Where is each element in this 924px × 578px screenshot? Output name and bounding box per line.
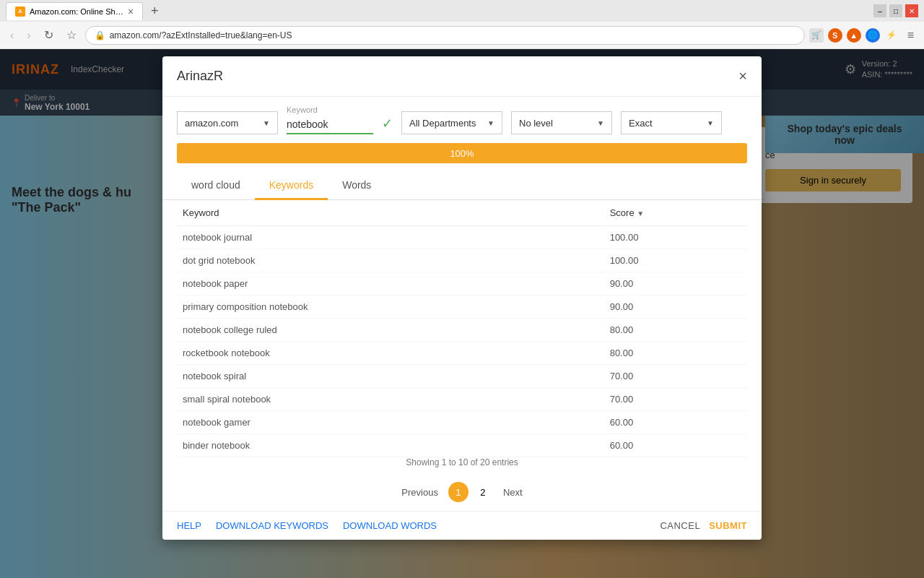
table-row: rocketbook notebook80.00 [177, 342, 747, 365]
nav-bar: ‹ › ↻ ☆ 🔒 amazon.com/?azExtInstalled=tru… [0, 22, 924, 49]
progress-container: 100% [162, 143, 762, 172]
extension-icon-4[interactable]: 🌐 [866, 28, 880, 43]
table-row: notebook spiral70.00 [177, 365, 747, 388]
score-cell: 80.00 [604, 342, 747, 365]
match-filter-group: Exact ▼ [621, 111, 722, 134]
keyword-check-icon: ✓ [382, 116, 393, 131]
keyword-cell: rocketbook notebook [177, 342, 604, 365]
close-window-button[interactable]: ✕ [905, 4, 918, 17]
next-page-button[interactable]: Next [497, 484, 528, 501]
table-container: Keyword Score ▼ notebook journal100.00do… [162, 200, 762, 457]
score-cell: 60.00 [604, 434, 747, 457]
match-select[interactable]: Exact ▼ [621, 111, 722, 134]
page-1-button[interactable]: 1 [448, 482, 468, 502]
keyword-filter-group: Keyword [287, 105, 373, 134]
minimize-button[interactable]: – [873, 4, 886, 17]
keyword-cell: notebook journal [177, 226, 604, 249]
keyword-cell: primary composition notebook [177, 296, 604, 319]
tab-close-btn[interactable]: × [128, 6, 134, 17]
modal-close-button[interactable]: × [738, 68, 747, 85]
score-cell: 80.00 [604, 319, 747, 342]
match-arrow-icon: ▼ [707, 119, 714, 127]
table-row: dot grid notebook100.00 [177, 249, 747, 272]
table-row: notebook journal100.00 [177, 226, 747, 249]
domain-arrow-icon: ▼ [263, 119, 270, 127]
tab-title: Amazon.com: Online Shopping fo... [30, 7, 123, 16]
download-words-link[interactable]: DOWNLOAD WORDS [343, 520, 437, 531]
back-button[interactable]: ‹ [6, 27, 18, 43]
pagination-row: Previous 1 2 Next [162, 473, 762, 511]
score-cell: 90.00 [604, 296, 747, 319]
extension-icon-1[interactable]: 🛒 [809, 28, 824, 43]
modal-dialog: ArinazR × amazon.com ▼ Keyword ✓ All Dep… [162, 56, 762, 540]
refresh-button[interactable]: ↻ [40, 27, 58, 43]
table-row: notebook gamer60.00 [177, 411, 747, 434]
score-cell: 100.00 [604, 249, 747, 272]
new-tab-button[interactable]: + [146, 2, 163, 20]
lock-icon: 🔒 [95, 30, 105, 40]
keyword-cell: binder notebook [177, 434, 604, 457]
title-bar: A Amazon.com: Online Shopping fo... × + … [0, 0, 924, 22]
department-select[interactable]: All Departments ▼ [401, 111, 502, 134]
address-bar[interactable]: 🔒 amazon.com/?azExtInstalled=true&lang=e… [85, 26, 805, 45]
domain-filter-group: amazon.com ▼ [177, 111, 278, 134]
modal-header: ArinazR × [162, 56, 762, 97]
dept-arrow-icon: ▼ [487, 119, 494, 127]
bookmark-button[interactable]: ☆ [62, 27, 81, 43]
browser-chrome: A Amazon.com: Online Shopping fo... × + … [0, 0, 924, 49]
table-row: binder notebook60.00 [177, 434, 747, 457]
address-text: amazon.com/?azExtInstalled=true&lang=en-… [110, 30, 796, 40]
previous-page-button[interactable]: Previous [396, 484, 444, 501]
modal-title: ArinazR [177, 69, 223, 84]
score-cell: 60.00 [604, 411, 747, 434]
progress-bar: 100% [177, 143, 747, 163]
menu-button[interactable]: ≡ [903, 27, 918, 43]
nav-icons: 🛒 S ▲ 🌐 ⚡ ≡ [809, 27, 918, 43]
score-cell: 70.00 [604, 388, 747, 411]
keyword-cell: dot grid notebook [177, 249, 604, 272]
maximize-button[interactable]: □ [889, 4, 902, 17]
keyword-cell: notebook gamer [177, 411, 604, 434]
level-arrow-icon: ▼ [597, 119, 604, 127]
extension-icon-3[interactable]: ▲ [847, 28, 861, 43]
page-2-button[interactable]: 2 [473, 482, 493, 502]
filters-row: amazon.com ▼ Keyword ✓ All Departments ▼… [162, 97, 762, 143]
keyword-column-header: Keyword [177, 200, 604, 226]
table-row: notebook college ruled80.00 [177, 319, 747, 342]
tab-favicon: A [15, 7, 25, 17]
forward-button[interactable]: › [22, 27, 35, 43]
table-row: notebook paper90.00 [177, 272, 747, 296]
tab-word-cloud[interactable]: word cloud [177, 172, 255, 200]
score-cell: 70.00 [604, 365, 747, 388]
domain-select[interactable]: amazon.com ▼ [177, 111, 278, 134]
keyword-cell: small spiral notebook [177, 388, 604, 411]
score-column-header[interactable]: Score ▼ [604, 200, 747, 226]
sort-arrow-icon: ▼ [637, 210, 644, 217]
keyword-label: Keyword [287, 105, 373, 114]
showing-text: Showing 1 to 10 of 20 entries [162, 457, 762, 473]
cancel-button[interactable]: CANCEL [660, 520, 700, 531]
extension-icon-5[interactable]: ⚡ [884, 28, 899, 43]
level-select[interactable]: No level ▼ [511, 111, 612, 134]
download-keywords-link[interactable]: DOWNLOAD KEYWORDS [216, 520, 328, 531]
score-cell: 100.00 [604, 226, 747, 249]
tabs-row: word cloud Keywords Words [162, 172, 762, 200]
keyword-input[interactable] [287, 116, 373, 134]
help-link[interactable]: HELP [177, 520, 201, 531]
keywords-table: Keyword Score ▼ notebook journal100.00do… [177, 200, 747, 457]
level-filter-group: No level ▼ [511, 111, 612, 134]
keyword-cell: notebook spiral [177, 365, 604, 388]
tab-keywords[interactable]: Keywords [255, 172, 328, 200]
submit-button[interactable]: SUBMIT [709, 520, 747, 531]
score-cell: 90.00 [604, 272, 747, 296]
window-controls: – □ ✕ [873, 4, 918, 17]
keyword-cell: notebook paper [177, 272, 604, 296]
keyword-cell: notebook college ruled [177, 319, 604, 342]
tab-words[interactable]: Words [328, 172, 385, 200]
dept-filter-group: All Departments ▼ [401, 111, 502, 134]
modal-footer: HELP DOWNLOAD KEYWORDS DOWNLOAD WORDS CA… [162, 511, 762, 540]
footer-right: CANCEL SUBMIT [660, 520, 747, 531]
browser-tab[interactable]: A Amazon.com: Online Shopping fo... × [6, 2, 143, 20]
extension-icon-2[interactable]: S [828, 28, 842, 43]
page-content: IRINAZ IndexChecker ⚙ Version: 2 ASIN: *… [0, 49, 924, 578]
